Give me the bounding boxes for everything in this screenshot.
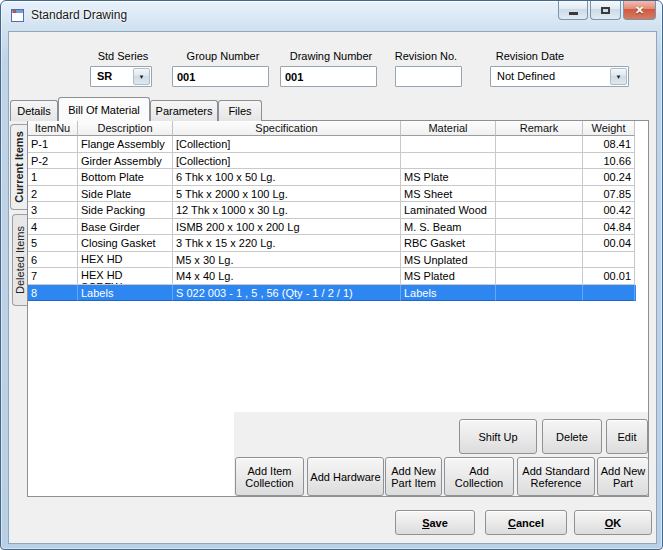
cell-item: 2 — [28, 186, 78, 203]
revision-no-label: Revision No. — [393, 50, 459, 63]
cell-item: 5 — [28, 235, 78, 252]
add-standard-reference-button[interactable]: Add Standard Reference — [517, 457, 595, 496]
cell-material — [401, 153, 496, 170]
cell-item: P-2 — [28, 153, 78, 170]
cell-weight — [583, 285, 635, 302]
revision-date-value: Not Defined — [497, 70, 555, 82]
bill-of-material-grid: ItemNuDescriptionSpecificationMaterialRe… — [28, 121, 636, 301]
close-button[interactable]: ✕ — [623, 1, 656, 20]
cell-description: Flange Assembly — [78, 136, 173, 153]
cell-description: Base Girder — [78, 219, 173, 236]
cell-material: MS Plate — [401, 169, 496, 186]
cell-item: P-1 — [28, 136, 78, 153]
cell-remark — [496, 219, 583, 236]
revision-no-field[interactable] — [395, 66, 462, 87]
table-row[interactable]: 4Base GirderISMB 200 x 100 x 200 LgM. S.… — [28, 219, 636, 236]
column-header-remark[interactable]: Remark — [496, 121, 583, 136]
shift-up-button[interactable]: Shift Up — [459, 419, 537, 454]
side-tab-deleted-items[interactable]: Deleted Items — [12, 214, 27, 306]
table-row[interactable]: P-1Flange Assembly[Collection]08.41 — [28, 136, 636, 153]
table-row[interactable]: 3Side Packing12 Thk x 1000 x 30 Lg.Lamin… — [28, 202, 636, 219]
cell-description: Girder Assembly — [78, 153, 173, 170]
revision-date-label: Revision Date — [492, 50, 568, 63]
cell-weight: 08.41 — [583, 136, 635, 153]
column-header-material[interactable]: Material — [401, 121, 496, 136]
revision-date-combo[interactable]: Not Defined ▼ — [490, 66, 629, 87]
table-row[interactable]: 1Bottom Plate6 Thk x 100 x 50 Lg.MS Plat… — [28, 169, 636, 186]
cell-description: Labels — [78, 285, 173, 302]
tab-bill-of-material[interactable]: Bill Of Material — [58, 97, 150, 121]
cell-description: Closing Gasket — [78, 235, 173, 252]
cell-material — [401, 136, 496, 153]
cell-description: Side Plate — [78, 186, 173, 203]
cancel-button[interactable]: Cancel — [485, 510, 567, 535]
cell-specification: M5 x 30 Lg. — [173, 252, 401, 269]
standard-drawing-window: Standard Drawing ✕ Std Series SR ▼ Group… — [0, 0, 663, 550]
column-header-item[interactable]: ItemNu — [28, 121, 78, 136]
cell-weight: 00.01 — [583, 268, 635, 285]
cell-description: HEX HDSCREW — [78, 268, 173, 285]
cell-remark — [496, 153, 583, 170]
maximize-button[interactable] — [590, 1, 621, 20]
cell-description: HEX HDSCREW — [78, 252, 173, 269]
delete-button[interactable]: Delete — [542, 419, 602, 454]
cell-item: 4 — [28, 219, 78, 236]
cell-remark — [496, 252, 583, 269]
cell-item: 3 — [28, 202, 78, 219]
cell-specification: S 022 003 - 1 , 5 , 56 (Qty - 1 / 2 / 1) — [173, 285, 401, 302]
cell-material: RBC Gasket — [401, 235, 496, 252]
minimize-icon — [569, 12, 578, 15]
edit-button[interactable]: Edit — [606, 419, 648, 454]
cell-remark — [496, 268, 583, 285]
group-number-label: Group Number — [181, 50, 265, 63]
cell-specification: ISMB 200 x 100 x 200 Lg — [173, 219, 401, 236]
cell-weight: 00.04 — [583, 235, 635, 252]
table-row[interactable]: 7HEX HDSCREWM4 x 40 Lg.MS Plated00.01 — [28, 268, 636, 285]
chevron-down-icon[interactable]: ▼ — [610, 68, 627, 85]
tab-details[interactable]: Details — [10, 100, 58, 121]
column-header-specification[interactable]: Specification — [173, 121, 401, 136]
std-series-combo[interactable]: SR ▼ — [90, 66, 152, 87]
column-header-description[interactable]: Description — [78, 121, 173, 136]
cell-specification: [Collection] — [173, 153, 401, 170]
cell-item: 6 — [28, 252, 78, 269]
add-new-part-button[interactable]: Add New Part — [597, 457, 649, 496]
minimize-button[interactable] — [558, 1, 588, 20]
save-button[interactable]: Save — [395, 510, 475, 535]
cell-specification: M4 x 40 Lg. — [173, 268, 401, 285]
ok-button[interactable]: OK — [574, 510, 652, 535]
table-row[interactable]: 5Closing Gasket3 Thk x 15 x 220 Lg.RBC G… — [28, 235, 636, 252]
cell-material: MS Sheet — [401, 186, 496, 203]
cell-material: M. S. Beam — [401, 219, 496, 236]
cell-remark — [496, 285, 583, 302]
cell-weight: 00.24 — [583, 169, 635, 186]
drawing-number-label: Drawing Number — [285, 50, 377, 63]
table-row[interactable]: 8LabelsS 022 003 - 1 , 5 , 56 (Qty - 1 /… — [28, 285, 636, 302]
cell-description: Side Packing — [78, 202, 173, 219]
table-row[interactable]: 2Side Plate5 Thk x 2000 x 100 Lg.MS Shee… — [28, 186, 636, 203]
drawing-number-field[interactable] — [280, 66, 377, 87]
cell-weight: 07.85 — [583, 186, 635, 203]
cell-specification: [Collection] — [173, 136, 401, 153]
cell-specification: 6 Thk x 100 x 50 Lg. — [173, 169, 401, 186]
add-hardware-button[interactable]: Add Hardware — [307, 457, 384, 496]
column-header-weight[interactable]: Weight — [583, 121, 635, 136]
table-row[interactable]: P-2Girder Assembly[Collection]10.66 — [28, 153, 636, 170]
tab-files[interactable]: Files — [218, 100, 262, 121]
add-collection-button[interactable]: Add Collection — [444, 457, 514, 496]
cell-remark — [496, 169, 583, 186]
cell-specification: 5 Thk x 2000 x 100 Lg. — [173, 186, 401, 203]
side-tab-current-items[interactable]: Current Items — [10, 124, 27, 210]
maximize-icon — [601, 7, 610, 14]
dialog-client-area: Std Series SR ▼ Group Number Drawing Num… — [8, 31, 657, 544]
add-item-collection-button[interactable]: Add Item Collection — [235, 457, 304, 496]
group-number-field[interactable] — [172, 66, 269, 87]
tab-parameters[interactable]: Parameters — [150, 100, 218, 121]
cell-description: Bottom Plate — [78, 169, 173, 186]
cell-material: MS Unplated — [401, 252, 496, 269]
table-row[interactable]: 6HEX HDSCREWM5 x 30 Lg.MS Unplated — [28, 252, 636, 269]
add-new-part-item-button[interactable]: Add New Part Item — [385, 457, 442, 496]
chevron-down-icon[interactable]: ▼ — [133, 68, 150, 85]
cell-remark — [496, 136, 583, 153]
cell-weight: 00.42 — [583, 202, 635, 219]
